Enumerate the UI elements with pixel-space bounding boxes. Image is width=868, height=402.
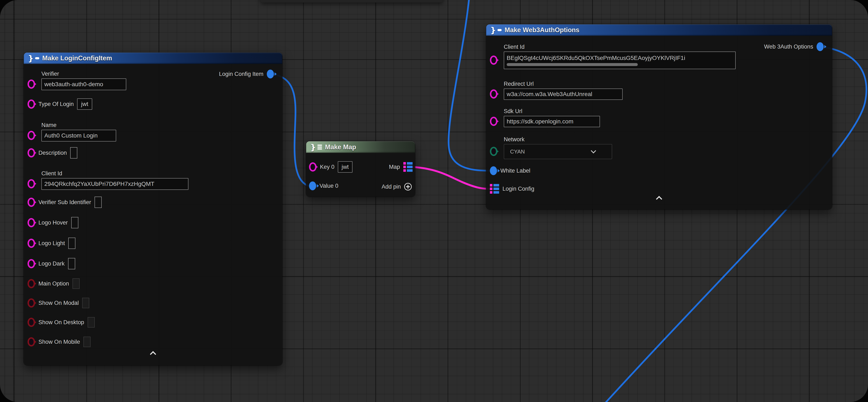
- row-logo-dark: Logo Dark: [28, 257, 75, 270]
- graph-canvas[interactable]: Make LoginConfigItem Login Config Item V…: [0, 0, 868, 402]
- map-output-pin[interactable]: [403, 162, 412, 172]
- row-login-config: Login Config: [490, 182, 534, 195]
- offscreen-node-bottom[interactable]: [260, 0, 443, 2]
- row-network: Network CYAN: [490, 136, 612, 159]
- web3auth-options-output-label: Web 3Auth Options: [764, 44, 813, 50]
- logo-hover-input[interactable]: [71, 217, 79, 228]
- logo-dark-label: Logo Dark: [38, 260, 65, 267]
- sdk-url-input[interactable]: https://sdk.openlogin.com: [504, 116, 600, 127]
- show-on-mobile-label: Show On Mobile: [38, 339, 80, 345]
- show-on-desktop-checkbox[interactable]: [88, 317, 95, 327]
- wire-offscreen-to-white-label[interactable]: [448, 0, 490, 171]
- row-sdk-url: Sdk Url https://sdk.openlogin.com: [490, 108, 600, 127]
- node-make-map[interactable]: Make Map Key 0 jwt Map Value 0 Add pin: [306, 141, 415, 197]
- verifier-sub-identifier-input[interactable]: [95, 197, 102, 208]
- make-map-icon: [310, 143, 322, 151]
- client-id-scrollbar[interactable]: [507, 63, 638, 66]
- key0-pin[interactable]: [309, 162, 317, 172]
- client-id-pin[interactable]: [28, 179, 35, 189]
- chevron-up-icon[interactable]: [150, 351, 156, 357]
- type-of-login-pin[interactable]: [28, 99, 35, 109]
- type-of-login-input[interactable]: jwt: [77, 98, 92, 110]
- verifier-sub-identifier-label: Verifier Sub Identifier: [38, 199, 91, 206]
- key0-input[interactable]: jwt: [338, 161, 352, 173]
- row-verifier-sub-identifier: Verifier Sub Identifier: [28, 196, 102, 208]
- chevron-up-icon[interactable]: [656, 196, 662, 202]
- row-show-on-mobile: Show On Mobile: [28, 336, 91, 348]
- row-client-id: Client Id BEglQSgt4cUWcj6SKRdu5QkOXTsePm…: [490, 44, 736, 69]
- chevron-down-icon: [591, 148, 596, 153]
- sdk-url-pin[interactable]: [490, 117, 497, 126]
- client-id-input[interactable]: 294QRkchfq2YaXUbPri7D6PH7xzHgQMT: [41, 178, 188, 190]
- network-pin[interactable]: [490, 147, 497, 156]
- description-input[interactable]: [70, 147, 77, 159]
- blueprint-editor: Make LoginConfigItem Login Config Item V…: [0, 0, 868, 402]
- main-option-pin[interactable]: [28, 279, 35, 288]
- row-description: Description: [28, 147, 77, 159]
- row-key0: Key 0 jwt: [309, 161, 352, 173]
- logo-light-pin[interactable]: [28, 239, 35, 248]
- web3auth-options-output-pin[interactable]: [816, 42, 824, 51]
- row-logo-light: Logo Light: [28, 237, 75, 250]
- row-show-on-modal: Show On Modal: [28, 297, 89, 309]
- network-selected-value: CYAN: [510, 148, 525, 155]
- network-label: Network: [504, 136, 525, 143]
- show-on-modal-label: Show On Modal: [38, 300, 79, 306]
- logo-dark-pin[interactable]: [28, 259, 35, 268]
- redirect-url-pin[interactable]: [490, 89, 497, 98]
- row-client-id: Client Id 294QRkchfq2YaXUbPri7D6PH7xzHgQ…: [28, 170, 188, 190]
- show-on-desktop-pin[interactable]: [28, 318, 35, 327]
- client-id-text: BEglQSgt4cUWcj6SKRdu5QkOXTsePmMcusG5EAoy…: [507, 55, 685, 61]
- name-input[interactable]: Auth0 Custom Login: [41, 130, 116, 142]
- add-pin-label: Add pin: [381, 183, 401, 190]
- main-option-checkbox[interactable]: [72, 278, 80, 289]
- type-of-login-label: Type Of Login: [38, 101, 74, 108]
- output-row-login-config-item: Login Config Item: [219, 68, 274, 80]
- redirect-url-input[interactable]: w3a://com.w3a.Web3AuthUnreal: [504, 88, 623, 100]
- add-pin-icon[interactable]: [404, 183, 412, 191]
- show-on-desktop-label: Show On Desktop: [38, 319, 84, 326]
- client-id-pin[interactable]: [490, 56, 497, 65]
- show-on-mobile-checkbox[interactable]: [84, 337, 91, 347]
- row-main-option: Main Option: [28, 277, 80, 290]
- description-pin[interactable]: [28, 148, 35, 157]
- verifier-input[interactable]: web3auth-auth0-demo: [41, 79, 126, 90]
- white-label-pin[interactable]: [490, 166, 497, 175]
- client-id-label: Client Id: [41, 170, 62, 177]
- output-row-web3auth-options: Web 3Auth Options: [764, 41, 824, 52]
- row-value0: Value 0: [309, 179, 338, 192]
- value0-pin[interactable]: [309, 181, 316, 190]
- logo-hover-label: Logo Hover: [38, 220, 68, 226]
- verifier-pin[interactable]: [28, 80, 35, 89]
- login-config-item-output-pin[interactable]: [267, 69, 274, 79]
- verifier-sub-identifier-pin[interactable]: [28, 198, 35, 207]
- row-type-of-login: Type Of Login jwt: [28, 98, 92, 110]
- description-label: Description: [38, 150, 67, 156]
- login-config-pin[interactable]: [490, 184, 499, 194]
- show-on-mobile-pin[interactable]: [28, 337, 35, 346]
- node-title: Make LoginConfigItem: [42, 54, 112, 62]
- name-pin[interactable]: [28, 131, 35, 140]
- node-title: Make Map: [325, 143, 356, 151]
- node-make-web3authoptions[interactable]: Make Web3AuthOptions Web 3Auth Options C…: [486, 24, 832, 209]
- node-title: Make Web3AuthOptions: [504, 26, 579, 34]
- logo-hover-pin[interactable]: [28, 218, 35, 227]
- client-id-input[interactable]: BEglQSgt4cUWcj6SKRdu5QkOXTsePmMcusG5EAoy…: [504, 52, 736, 69]
- logo-light-input[interactable]: [68, 237, 75, 249]
- logo-dark-input[interactable]: [68, 258, 75, 269]
- row-redirect-url: Redirect Url w3a://com.w3a.Web3AuthUnrea…: [490, 81, 623, 100]
- node-make-loginconfigitem[interactable]: Make LoginConfigItem Login Config Item V…: [24, 53, 282, 366]
- show-on-modal-checkbox[interactable]: [82, 298, 89, 308]
- sdk-url-label: Sdk Url: [504, 108, 522, 115]
- row-map-output: Map: [389, 162, 412, 172]
- make-struct-icon: [28, 54, 39, 62]
- node-header-make-web3authoptions[interactable]: Make Web3AuthOptions: [486, 24, 832, 36]
- white-label-label: White Label: [500, 168, 530, 174]
- show-on-modal-pin[interactable]: [28, 298, 35, 308]
- login-config-label: Login Config: [502, 185, 534, 192]
- row-show-on-desktop: Show On Desktop: [28, 316, 95, 328]
- row-add-pin: Add pin: [381, 181, 412, 192]
- network-dropdown[interactable]: CYAN: [504, 144, 612, 159]
- node-header-make-map[interactable]: Make Map: [306, 141, 415, 153]
- node-header-make-loginconfigitem[interactable]: Make LoginConfigItem: [24, 53, 282, 64]
